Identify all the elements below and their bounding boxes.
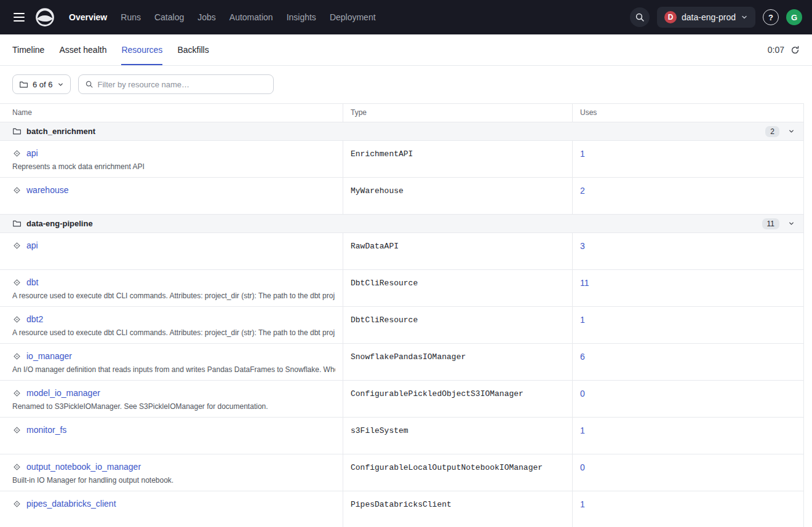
resource-row: model_io_managerRenamed to S3PickleIOMan…	[0, 381, 803, 418]
chevron-down-icon	[57, 81, 64, 88]
resource-icon	[12, 462, 22, 472]
column-header-uses: Uses	[572, 104, 803, 122]
group-row-batch-enrichment[interactable]: batch_enrichment2	[0, 122, 803, 141]
tab-timeline[interactable]: Timeline	[12, 34, 44, 65]
resource-icon	[12, 499, 22, 509]
resource-uses-link[interactable]: 1	[580, 499, 585, 509]
search-icon[interactable]	[630, 7, 650, 27]
resource-type: ConfigurablePickledObjectS3IOManager	[343, 381, 572, 417]
uses-cell: 1	[572, 418, 803, 454]
nav-item-catalog[interactable]: Catalog	[148, 7, 190, 27]
name-cell: model_io_managerRenamed to S3PickleIOMan…	[0, 381, 343, 417]
search-input[interactable]	[98, 80, 267, 89]
nav-item-runs[interactable]: Runs	[114, 7, 147, 27]
resource-name-link[interactable]: monitor_fs	[26, 425, 66, 435]
group-row-data-eng-pipeline[interactable]: data-eng-pipeline11	[0, 215, 803, 233]
refresh-timer: 0:07	[768, 45, 784, 55]
table-header: Name Type Uses	[0, 104, 803, 122]
resource-uses-link[interactable]: 11	[580, 278, 589, 288]
avatar[interactable]: G	[786, 9, 802, 25]
uses-cell: 0	[572, 454, 803, 491]
resource-type: PipesDatabricksClient	[343, 491, 572, 527]
resource-description: Renamed to S3PickleIOManager. See S3Pick…	[12, 402, 335, 411]
resource-name-link[interactable]: io_manager	[26, 351, 72, 361]
resource-name-link[interactable]: pipes_databricks_client	[26, 499, 116, 509]
resource-type: DbtCliResource	[343, 270, 572, 306]
workspace-badge: D	[664, 11, 677, 23]
resource-name-link[interactable]: output_notebook_io_manager	[26, 462, 141, 472]
group-name: data-eng-pipeline	[26, 219, 93, 228]
chevron-down-icon	[741, 14, 748, 21]
group-count-badge: 2	[765, 126, 779, 137]
resource-type: SnowflakePandasIOManager	[343, 344, 572, 380]
topnav-right: D data-eng-prod ? G	[630, 7, 802, 28]
chevron-down-icon[interactable]	[788, 220, 795, 227]
resource-name-link[interactable]: dbt2	[26, 314, 43, 324]
resource-icon	[12, 278, 22, 287]
resource-uses-link[interactable]: 1	[580, 149, 585, 159]
resource-icon	[12, 241, 22, 250]
resource-uses-link[interactable]: 6	[580, 352, 585, 362]
resource-uses-link[interactable]: 3	[580, 241, 585, 251]
resource-uses-link[interactable]: 2	[580, 186, 585, 196]
group-name: batch_enrichment	[26, 127, 95, 136]
uses-cell: 1	[572, 307, 803, 343]
refresh-icon[interactable]	[790, 46, 800, 55]
group-count-badge: 11	[762, 218, 779, 229]
resource-name-link[interactable]: warehouse	[26, 185, 69, 195]
resource-name-link[interactable]: api	[26, 240, 38, 250]
nav-item-jobs[interactable]: Jobs	[191, 7, 222, 27]
resources-table: Name Type Uses batch_enrichment2apiRepre…	[0, 103, 804, 527]
name-cell: io_managerAn I/O manager definition that…	[0, 344, 343, 380]
nav-item-deployment[interactable]: Deployment	[324, 7, 382, 27]
tabs: TimelineAsset healthResourcesBackfills	[12, 34, 209, 65]
resource-uses-link[interactable]: 1	[580, 426, 585, 435]
resource-description: Represents a mock data enrichment API	[12, 162, 335, 171]
nav-item-insights[interactable]: Insights	[281, 7, 322, 27]
tab-bar-right: 0:07	[768, 34, 800, 65]
column-header-name: Name	[0, 104, 343, 122]
resource-type: EnrichmentAPI	[343, 141, 572, 177]
main-nav: OverviewRunsCatalogJobsAutomationInsight…	[63, 7, 382, 27]
resource-count-dropdown[interactable]: 6 of 6	[12, 74, 71, 94]
resource-uses-link[interactable]: 0	[580, 389, 585, 398]
tab-asset-health[interactable]: Asset health	[59, 34, 106, 65]
resource-icon	[12, 352, 22, 361]
uses-cell: 3	[572, 233, 803, 269]
resource-row: pipes_databricks_clientPipesDatabricksCl…	[0, 491, 803, 527]
nav-item-overview[interactable]: Overview	[63, 7, 113, 27]
resource-name-link[interactable]: model_io_manager	[26, 388, 100, 398]
tab-backfills[interactable]: Backfills	[177, 34, 209, 65]
resource-row: apiRepresents a mock data enrichment API…	[0, 141, 803, 178]
help-icon[interactable]: ?	[763, 9, 779, 25]
name-cell: warehouse	[0, 178, 343, 214]
nav-item-automation[interactable]: Automation	[223, 7, 279, 27]
resource-name-link[interactable]: dbt	[26, 277, 38, 287]
resource-row: monitor_fss3FileSystem1	[0, 418, 803, 454]
tab-resources[interactable]: Resources	[121, 34, 162, 65]
chevron-down-icon[interactable]	[788, 128, 795, 135]
name-cell: dbtA resource used to execute dbt CLI co…	[0, 270, 343, 306]
uses-cell: 0	[572, 381, 803, 417]
resource-description: A resource used to execute dbt CLI comma…	[12, 291, 335, 300]
workspace-switcher[interactable]: D data-eng-prod	[657, 7, 755, 28]
resource-icon	[12, 315, 22, 324]
name-cell: api	[0, 233, 343, 269]
dagster-logo-icon	[34, 7, 55, 28]
resource-uses-link[interactable]: 1	[580, 315, 585, 325]
hamburger-menu-icon[interactable]	[10, 8, 28, 26]
resource-type: RawDataAPI	[343, 233, 572, 269]
resource-name-link[interactable]: api	[26, 148, 38, 158]
uses-cell: 6	[572, 344, 803, 380]
resource-row: warehouseMyWarehouse2	[0, 178, 803, 215]
workspace-name: data-eng-prod	[682, 12, 736, 22]
folder-icon	[12, 219, 22, 228]
search-icon	[85, 80, 94, 89]
resource-icon	[12, 426, 22, 435]
resource-row: dbt2A resource used to execute dbt CLI c…	[0, 307, 803, 344]
resource-type: ConfigurableLocalOutputNotebookIOManager	[343, 454, 572, 491]
resource-description: An I/O manager definition that reads inp…	[12, 365, 335, 374]
top-navigation: OverviewRunsCatalogJobsAutomationInsight…	[0, 0, 812, 34]
folder-icon	[19, 80, 28, 89]
resource-uses-link[interactable]: 0	[580, 462, 585, 472]
